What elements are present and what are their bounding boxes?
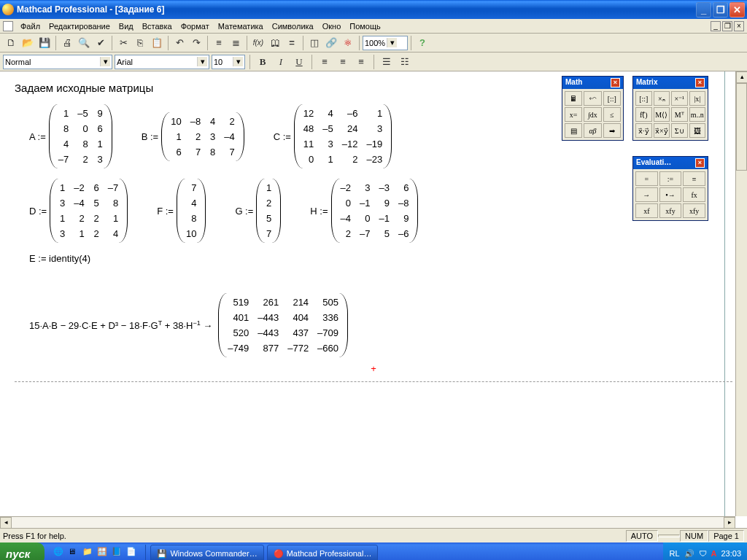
redo-button[interactable]: ↷ bbox=[188, 35, 204, 51]
dot-product-icon[interactable]: x⃗·y⃗ bbox=[635, 123, 652, 138]
math-palette-close[interactable]: × bbox=[611, 78, 620, 88]
copy-button[interactable]: ⎘ bbox=[132, 35, 148, 51]
ql-app3-icon[interactable]: 📘 bbox=[112, 547, 125, 560]
matrix-palette-close[interactable]: × bbox=[695, 78, 705, 88]
horizontal-scrollbar[interactable]: ◂ ▸ bbox=[0, 516, 735, 528]
font-combo[interactable]: Arial▾ bbox=[115, 55, 209, 69]
symbolic-keyword-icon[interactable]: •→ bbox=[659, 187, 682, 202]
tray-icon-3[interactable]: A bbox=[711, 549, 717, 558]
prefix-icon[interactable]: fx bbox=[683, 187, 705, 202]
matrix-G[interactable]: G := 1257 bbox=[235, 179, 281, 243]
ql-app4-icon[interactable]: 📄 bbox=[126, 547, 139, 560]
heading-text[interactable]: Задаем исходные матрицы bbox=[15, 82, 732, 94]
matrix-palette[interactable]: Matrix× [::] ×ₙ ×⁻¹ |x| f(⃗) M⟨⟩ Mᵀ m..n… bbox=[632, 76, 708, 141]
calc-button[interactable]: = bbox=[284, 35, 300, 51]
programming-icon[interactable]: ▤ bbox=[565, 123, 582, 138]
matrix-H[interactable]: H := –23–360–19–8–40–192–75–6 bbox=[310, 179, 418, 243]
menu-help[interactable]: Помощь bbox=[345, 20, 385, 32]
tray-icon-1[interactable]: 🔊 bbox=[684, 549, 694, 559]
tray-icon-2[interactable]: 🛡 bbox=[699, 549, 707, 558]
spellcheck-button[interactable]: ✔ bbox=[93, 35, 109, 51]
tray-clock[interactable]: 23:03 bbox=[721, 549, 741, 558]
align-center-button[interactable]: ≡ bbox=[335, 54, 351, 70]
equals-icon[interactable]: = bbox=[635, 171, 658, 186]
matrix-C[interactable]: C := 124–6148–5243113–12–19012–23 bbox=[274, 104, 392, 168]
symbolic-icon[interactable]: ➡ bbox=[603, 123, 621, 138]
graph-icon[interactable]: ⬿ bbox=[584, 91, 601, 106]
evaluation-palette[interactable]: Evaluati…× = := ≡ → •→ fx xf xfy xfy bbox=[632, 156, 708, 221]
align-button[interactable]: ≡ bbox=[211, 35, 227, 51]
global-define-icon[interactable]: ≡ bbox=[683, 171, 705, 186]
matrix-F[interactable]: F := 74810 bbox=[157, 179, 206, 243]
matrix-D[interactable]: D := 1–26–73–45812213124 bbox=[29, 179, 128, 243]
system-tray[interactable]: RL 🔊 🛡 A 23:03 bbox=[663, 542, 747, 560]
eval-palette-close[interactable]: × bbox=[695, 158, 705, 168]
vertical-scrollbar[interactable]: ▴ bbox=[735, 71, 747, 516]
align2-button[interactable]: ≣ bbox=[228, 35, 244, 51]
scroll-up-button[interactable]: ▴ bbox=[736, 71, 747, 83]
column-icon[interactable]: M⟨⟩ bbox=[654, 107, 670, 122]
menu-view[interactable]: Вид bbox=[115, 20, 138, 32]
ql-app1-icon[interactable]: 📁 bbox=[82, 547, 96, 560]
undo-button[interactable]: ↶ bbox=[171, 35, 187, 51]
range-icon[interactable]: m..n bbox=[689, 107, 706, 122]
print-button[interactable]: 🖨 bbox=[59, 35, 75, 51]
menu-math[interactable]: Математика bbox=[214, 20, 268, 32]
ql-ie-icon[interactable]: 🌐 bbox=[53, 547, 66, 560]
menu-symbolics[interactable]: Символика bbox=[268, 20, 318, 32]
subscript-icon[interactable]: ×ₙ bbox=[654, 91, 670, 106]
taskbar-button-1[interactable]: 💾 Windows Commander… bbox=[150, 545, 263, 560]
result-expression[interactable]: 15·A·B − 29·C·E + D³ − 18·F·GT + 38·H−1 … bbox=[29, 293, 732, 357]
vectorize-icon[interactable]: f(⃗) bbox=[635, 107, 652, 122]
align-right-button[interactable]: ≡ bbox=[353, 54, 369, 70]
greek-icon[interactable]: αβ bbox=[584, 123, 601, 138]
matrix-icon[interactable]: [::] bbox=[603, 91, 621, 106]
style-combo[interactable]: Normal▾ bbox=[3, 55, 112, 69]
close-button[interactable]: ✕ bbox=[729, 2, 745, 18]
bullets-button[interactable]: ☰ bbox=[379, 54, 395, 70]
calculus-icon[interactable]: ∫dx bbox=[584, 107, 601, 122]
math-palette[interactable]: Math× 🖩 ⬿ [::] x= ∫dx ≤ ▤ αβ ➡ bbox=[562, 76, 624, 141]
inverse-icon[interactable]: ×⁻¹ bbox=[671, 91, 688, 106]
preview-button[interactable]: 🔍 bbox=[76, 35, 92, 51]
paste-button[interactable]: 📋 bbox=[149, 35, 165, 51]
numbering-button[interactable]: ☷ bbox=[397, 54, 413, 70]
new-button[interactable]: 🗋 bbox=[3, 35, 19, 51]
document-icon[interactable] bbox=[3, 21, 13, 31]
help-button[interactable]: ? bbox=[414, 35, 430, 51]
scroll-left-button[interactable]: ◂ bbox=[0, 517, 12, 528]
matrix-B[interactable]: B := 10–842123–46787 bbox=[142, 112, 244, 161]
mdi-minimize[interactable]: _ bbox=[711, 21, 721, 31]
align-left-button[interactable]: ≡ bbox=[317, 54, 333, 70]
size-combo[interactable]: 10▾ bbox=[212, 55, 245, 69]
boolean-icon[interactable]: ≤ bbox=[603, 107, 621, 122]
define-icon[interactable]: := bbox=[659, 171, 682, 186]
start-button[interactable]: пуск bbox=[0, 542, 44, 560]
evaluation-icon[interactable]: x= bbox=[565, 107, 582, 122]
determinant-icon[interactable]: |x| bbox=[689, 91, 706, 106]
workspace[interactable]: Задаем исходные матрицы A := 1–59806481–… bbox=[0, 71, 747, 528]
menu-edit[interactable]: Редактирование bbox=[44, 20, 115, 32]
hyperlink-button[interactable]: 🔗 bbox=[323, 35, 339, 51]
resource-button[interactable]: ⚛ bbox=[340, 35, 356, 51]
open-button[interactable]: 📂 bbox=[20, 35, 36, 51]
underline-button[interactable]: U bbox=[291, 54, 307, 70]
mdi-close[interactable]: × bbox=[734, 21, 744, 31]
menu-format[interactable]: Формат bbox=[177, 20, 214, 32]
mdi-restore[interactable]: ❐ bbox=[722, 21, 732, 31]
sum-icon[interactable]: Σ∪ bbox=[671, 123, 688, 138]
save-button[interactable]: 💾 bbox=[36, 35, 53, 51]
ql-desktop-icon[interactable]: 🖥 bbox=[68, 547, 81, 560]
insert-matrix-icon[interactable]: [::] bbox=[635, 91, 652, 106]
postfix-icon[interactable]: xf bbox=[635, 203, 658, 218]
menu-insert[interactable]: Вставка bbox=[138, 20, 177, 32]
ql-app2-icon[interactable]: 🪟 bbox=[97, 547, 110, 560]
scroll-right-button[interactable]: ▸ bbox=[724, 517, 735, 528]
picture-icon[interactable]: 🖼 bbox=[689, 123, 706, 138]
treefix-icon[interactable]: xfy bbox=[683, 203, 705, 218]
matrix-A[interactable]: A := 1–59806481–723 bbox=[29, 104, 112, 168]
matrix-E[interactable]: E := identity(4) bbox=[29, 253, 90, 264]
bold-button[interactable]: B bbox=[255, 54, 271, 70]
lang-indicator[interactable]: RL bbox=[669, 549, 679, 558]
cross-product-icon[interactable]: x⃗×y⃗ bbox=[654, 123, 670, 138]
